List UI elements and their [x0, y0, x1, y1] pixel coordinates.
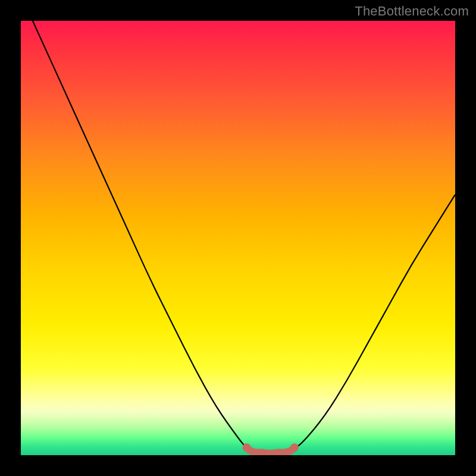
bottleneck-curve-path [21, 21, 455, 453]
trough-dot-left [243, 443, 251, 452]
trough-dot-right [290, 443, 299, 452]
trough-highlight [247, 447, 295, 453]
plot-area [21, 21, 455, 455]
curve-svg [21, 21, 455, 455]
chart-frame: TheBottleneck.com [0, 0, 476, 476]
watermark-text: TheBottleneck.com [355, 4, 469, 19]
